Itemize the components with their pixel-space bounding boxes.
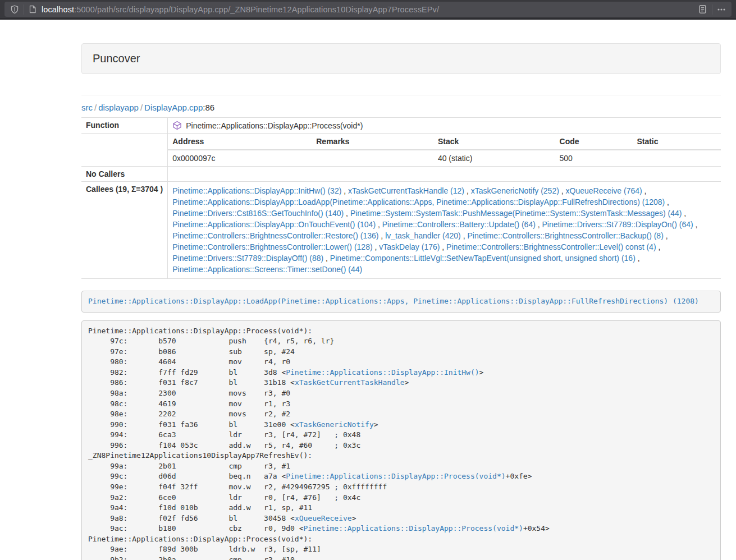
remarks-value bbox=[312, 150, 433, 166]
breadcrumb-separator: / bbox=[93, 103, 98, 112]
static-value bbox=[632, 150, 721, 166]
callee-separator: , bbox=[376, 220, 382, 229]
tracking-protection-shield-icon[interactable] bbox=[10, 5, 19, 14]
callee-link[interactable]: xTaskGetCurrentTaskHandle (12) bbox=[348, 186, 464, 195]
col-remarks: Remarks bbox=[312, 134, 433, 150]
callee-separator: , bbox=[636, 254, 640, 263]
code-symbol-link[interactable]: Pinetime::Applications::DisplayApp::Proc… bbox=[304, 524, 523, 533]
url-input[interactable]: localhost:5000/path/src/displayapp/Displ… bbox=[42, 5, 698, 14]
col-code: Code bbox=[555, 134, 633, 150]
callee-link[interactable]: xTaskGenericNotify (252) bbox=[471, 186, 559, 195]
callees-label: Callees (19, Σ=3704 ) bbox=[81, 182, 168, 279]
callee-link[interactable]: Pinetime::Controllers::Battery::Update()… bbox=[382, 220, 536, 229]
function-label: Function bbox=[81, 118, 168, 134]
url-path: :5000/path/src/displayapp/DisplayApp.cpp… bbox=[74, 5, 439, 14]
col-stack: Stack bbox=[433, 134, 555, 150]
app-header-panel: Puncover bbox=[81, 43, 721, 74]
callee-link[interactable]: Pinetime::Controllers::BrightnessControl… bbox=[446, 242, 656, 251]
callee-link[interactable]: Pinetime::Applications::Screens::Timer::… bbox=[172, 265, 362, 274]
callee-separator: , bbox=[693, 220, 698, 229]
callee-separator: , bbox=[536, 220, 542, 229]
divider bbox=[81, 95, 721, 95]
callees-row: Callees (19, Σ=3704 ) Pinetime::Applicat… bbox=[81, 182, 721, 279]
page-icon bbox=[29, 5, 36, 13]
url-host: localhost bbox=[42, 5, 74, 14]
callee-separator: , bbox=[461, 231, 468, 240]
callee-link[interactable]: lv_task_handler (420) bbox=[385, 231, 461, 240]
signature-link[interactable]: Pinetime::Applications::DisplayApp::Load… bbox=[88, 297, 699, 305]
function-name: Pinetime::Applications::DisplayApp::Proc… bbox=[186, 121, 363, 130]
callee-link[interactable]: Pinetime::Applications::DisplayApp::Load… bbox=[172, 198, 665, 206]
callee-link[interactable]: Pinetime::Components::LittleVgl::SetNewT… bbox=[330, 254, 636, 263]
callee-link[interactable]: Pinetime::Drivers::St7789::DisplayOn() (… bbox=[542, 220, 693, 229]
callee-separator: , bbox=[665, 198, 669, 206]
function-row: Function Pinetime::Applications::Display… bbox=[81, 118, 721, 134]
code-symbol-link[interactable]: xTaskGenericNotify bbox=[295, 420, 374, 429]
code-symbol-link[interactable]: xTaskGetCurrentTaskHandle bbox=[295, 378, 405, 387]
reader-view-icon[interactable] bbox=[698, 4, 707, 14]
callee-link[interactable]: Pinetime::System::SystemTask::PushMessag… bbox=[350, 209, 682, 218]
callee-separator: , bbox=[642, 186, 647, 195]
callee-link[interactable]: Pinetime::Controllers::BrightnessControl… bbox=[172, 242, 372, 251]
callee-separator: , bbox=[341, 186, 348, 195]
callee-separator: , bbox=[440, 242, 446, 251]
metrics-row-label bbox=[81, 134, 168, 167]
breadcrumb-link-displayapp[interactable]: displayapp bbox=[98, 103, 139, 112]
breadcrumb-link-src[interactable]: src bbox=[81, 103, 93, 112]
metrics-table: Address Remarks Stack Code Static 0x0000… bbox=[168, 134, 721, 166]
callee-link[interactable]: Pinetime::Controllers::BrightnessControl… bbox=[172, 231, 378, 240]
callee-link[interactable]: xQueueReceive (764) bbox=[566, 186, 642, 195]
callee-separator: , bbox=[323, 254, 330, 263]
no-callers-row: No Callers bbox=[81, 167, 721, 182]
address-value: 0x0000097c bbox=[168, 150, 312, 166]
code-symbol-link[interactable]: Pinetime::Applications::DisplayApp::Proc… bbox=[286, 472, 505, 480]
breadcrumb-link-file[interactable]: DisplayApp.cpp bbox=[144, 103, 203, 112]
callee-link[interactable]: Pinetime::Drivers::Cst816S::GetTouchInfo… bbox=[172, 209, 344, 218]
function-cube-icon bbox=[172, 121, 182, 130]
callee-separator: , bbox=[664, 231, 668, 240]
table-row: 0x0000097c 40 (static) 500 bbox=[168, 150, 721, 166]
callee-link[interactable]: Pinetime::Drivers::St7789::DisplayOff() … bbox=[172, 254, 323, 263]
callee-separator: , bbox=[656, 242, 661, 251]
function-detail-table: Function Pinetime::Applications::Display… bbox=[81, 117, 721, 279]
code-value: 500 bbox=[555, 150, 633, 166]
callee-link[interactable]: Pinetime::Controllers::BrightnessControl… bbox=[467, 231, 663, 240]
col-static: Static bbox=[632, 134, 721, 150]
callee-separator: , bbox=[464, 186, 471, 195]
callee-link[interactable]: Pinetime::Applications::DisplayApp::Init… bbox=[172, 186, 341, 195]
url-bar[interactable]: localhost:5000/path/src/displayapp/Displ… bbox=[4, 2, 732, 17]
page-container: Puncover src/displayapp/DisplayApp.cpp:8… bbox=[81, 43, 721, 560]
code-symbol-link[interactable]: Pinetime::Applications::DisplayApp::Init… bbox=[286, 368, 479, 377]
page-actions-ellipsis-icon[interactable] bbox=[717, 5, 726, 14]
callee-separator: , bbox=[373, 242, 380, 251]
callee-link[interactable]: Pinetime::Applications::DisplayApp::OnTo… bbox=[172, 220, 376, 229]
breadcrumb-separator: / bbox=[139, 103, 144, 112]
callee-separator: , bbox=[344, 209, 350, 218]
page-title: Puncover bbox=[93, 52, 710, 65]
urlbar-divider-2 bbox=[712, 4, 712, 15]
callee-separator: , bbox=[378, 231, 385, 240]
urlbar-divider bbox=[24, 4, 24, 15]
callee-separator: , bbox=[682, 209, 686, 218]
metrics-row: Address Remarks Stack Code Static 0x0000… bbox=[81, 134, 721, 167]
callees-list: Pinetime::Applications::DisplayApp::Init… bbox=[168, 182, 721, 279]
breadcrumb: src/displayapp/DisplayApp.cpp:86 bbox=[81, 103, 721, 112]
no-callers-label: No Callers bbox=[81, 167, 168, 182]
stack-value: 40 (static) bbox=[433, 150, 555, 166]
code-symbol-link[interactable]: xQueueReceive bbox=[295, 514, 352, 522]
col-address: Address bbox=[168, 134, 312, 150]
disassembly-pre: Pinetime::Applications::DisplayApp::Proc… bbox=[81, 320, 721, 560]
callee-separator: , bbox=[559, 186, 566, 195]
signature-box: Pinetime::Applications::DisplayApp::Load… bbox=[81, 291, 721, 313]
browser-chrome: localhost:5000/path/src/displayapp/Displ… bbox=[0, 0, 736, 20]
callee-link[interactable]: vTaskDelay (176) bbox=[379, 242, 440, 251]
breadcrumb-line-number: :86 bbox=[203, 103, 214, 112]
